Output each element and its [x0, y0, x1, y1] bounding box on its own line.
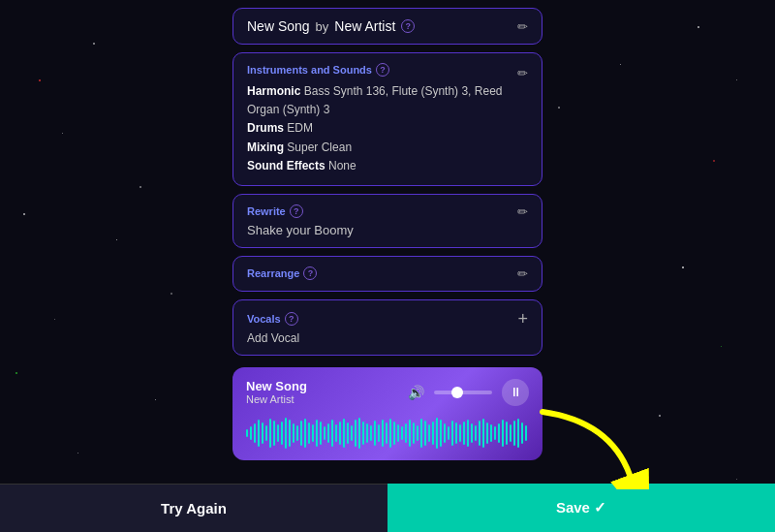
rearrange-label: Rearrange ? — [247, 266, 317, 280]
waveform-bar — [413, 422, 415, 444]
waveform-bar — [254, 423, 256, 443]
volume-icon[interactable]: 🔊 — [408, 385, 424, 400]
waveform-bar — [269, 419, 271, 448]
waveform-bar — [347, 422, 349, 444]
waveform — [246, 416, 529, 451]
waveform-bar — [316, 420, 318, 447]
waveform-bar — [339, 422, 341, 445]
player-top: New Song New Artist 🔊 ⏸ — [246, 379, 529, 406]
pause-button[interactable]: ⏸ — [502, 379, 529, 406]
waveform-bar — [324, 426, 326, 440]
vocals-label: Vocals ? — [247, 312, 298, 326]
waveform-bar — [463, 422, 465, 445]
waveform-bar — [521, 422, 523, 444]
harmonic-row: Harmonic Bass Synth 136, Flute (Synth) 3… — [247, 82, 528, 119]
waveform-bar — [397, 424, 399, 442]
waveform-bar — [498, 423, 500, 443]
player-artist-name: New Artist — [246, 393, 307, 405]
add-vocal-text: Add Vocal — [247, 331, 528, 345]
waveform-bar — [506, 422, 508, 445]
vocals-header: Vocals ? + — [247, 310, 528, 328]
vocals-help-icon[interactable]: ? — [285, 312, 298, 326]
waveform-bar — [513, 421, 515, 446]
waveform-bar — [490, 424, 492, 442]
instruments-header: Instruments and Sounds ? ✏ — [247, 63, 528, 82]
mixing-row: Mixing Super Clean — [247, 139, 528, 157]
rearrange-edit-icon[interactable]: ✏ — [517, 266, 528, 281]
song-help-icon[interactable]: ? — [401, 19, 415, 33]
instruments-content: Harmonic Bass Synth 136, Flute (Synth) 3… — [247, 82, 528, 175]
waveform-bar — [401, 426, 403, 440]
effects-row: Sound Effects None — [247, 157, 528, 175]
waveform-bar — [289, 420, 291, 447]
volume-slider[interactable] — [434, 391, 492, 394]
waveform-bar — [273, 421, 275, 446]
waveform-bar — [440, 420, 442, 447]
instruments-edit-icon[interactable]: ✏ — [517, 66, 528, 80]
waveform-bar — [420, 419, 422, 448]
waveform-bar — [525, 425, 527, 441]
main-container: New Song by New Artist ? ✏ Instruments a… — [0, 0, 775, 532]
waveform-bar — [455, 422, 457, 444]
drums-label: Drums — [247, 121, 284, 135]
rewrite-card: Rewrite ? ✏ Shake your Boomy — [232, 194, 542, 248]
rearrange-help-icon[interactable]: ? — [303, 266, 317, 280]
rewrite-label-text: Rewrite — [247, 205, 286, 217]
waveform-bar — [331, 420, 333, 447]
song-title-card: New Song by New Artist ? ✏ — [232, 8, 542, 45]
waveform-bar — [467, 420, 469, 447]
waveform-bar — [351, 425, 353, 441]
waveform-bar — [366, 423, 368, 443]
waveform-bar — [436, 418, 438, 449]
waveform-bar — [378, 424, 380, 442]
player-controls: 🔊 ⏸ — [408, 379, 529, 406]
waveform-bar — [486, 422, 488, 444]
instruments-help-icon[interactable]: ? — [376, 63, 389, 77]
song-title: New Song — [247, 18, 310, 34]
rewrite-help-icon[interactable]: ? — [290, 204, 303, 218]
rewrite-label: Rewrite ? — [247, 204, 303, 218]
waveform-bar — [262, 422, 264, 444]
waveform-bar — [355, 420, 356, 447]
waveform-bar — [428, 424, 430, 442]
instruments-label-text: Instruments and Sounds — [247, 64, 372, 76]
waveform-bar — [250, 426, 252, 440]
waveform-bar — [312, 424, 314, 442]
waveform-bar — [246, 429, 248, 437]
song-title-row: New Song by New Artist ? — [247, 18, 415, 34]
waveform-bar — [293, 423, 294, 443]
vocals-add-icon[interactable]: + — [517, 310, 528, 328]
rearrange-label-text: Rearrange — [247, 267, 299, 279]
waveform-bar — [258, 420, 260, 447]
waveform-bar — [417, 425, 418, 441]
waveform-bar — [405, 423, 407, 443]
waveform-bar — [517, 419, 519, 448]
effects-label: Sound Effects — [247, 159, 326, 172]
rewrite-edit-icon[interactable]: ✏ — [517, 204, 528, 219]
waveform-bar — [502, 420, 504, 447]
waveform-bar — [300, 421, 302, 446]
waveform-bar — [304, 419, 306, 448]
drums-row: Drums EDM — [247, 119, 528, 138]
mixing-label: Mixing — [247, 141, 284, 154]
waveform-bar — [451, 421, 453, 446]
song-by: by — [316, 19, 329, 34]
waveform-bar — [308, 422, 310, 444]
song-artist: New Artist — [334, 18, 395, 34]
waveform-bar — [281, 422, 283, 445]
rewrite-value: Shake your Boomy — [247, 223, 528, 237]
instruments-card: Instruments and Sounds ? ✏ Harmonic Bass… — [232, 52, 542, 186]
waveform-bar — [389, 419, 391, 448]
song-title-header: New Song by New Artist ? ✏ — [247, 18, 528, 34]
waveform-bar — [285, 418, 287, 449]
song-edit-icon[interactable]: ✏ — [517, 19, 528, 34]
waveform-bar — [277, 424, 279, 442]
waveform-bar — [386, 422, 388, 444]
volume-thumb — [451, 387, 463, 398]
waveform-bar — [444, 423, 446, 443]
player-song-info: New Song New Artist — [246, 379, 307, 405]
waveform-bar — [343, 419, 345, 448]
waveform-bar — [510, 424, 512, 442]
waveform-bar — [296, 425, 298, 441]
waveform-bar — [479, 421, 480, 446]
